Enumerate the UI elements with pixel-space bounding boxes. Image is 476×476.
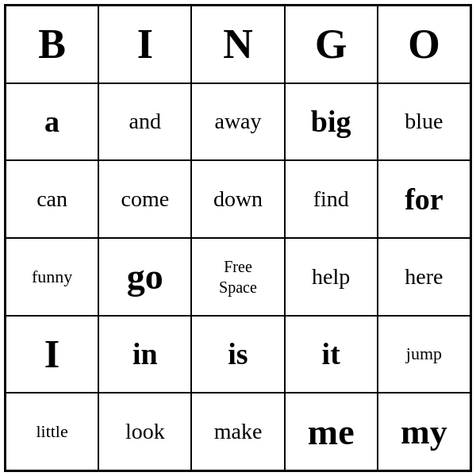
word-a: a <box>44 104 60 139</box>
word-my: my <box>401 412 447 452</box>
cell-r2c2: come <box>98 160 191 238</box>
cell-r2c3: down <box>191 160 284 238</box>
word-find: find <box>313 186 349 212</box>
cell-r1c3: away <box>191 83 284 161</box>
cell-r1c5: blue <box>378 83 470 161</box>
header-letter-b: B <box>38 21 66 67</box>
header-b: B <box>6 6 98 83</box>
word-funny: funny <box>32 267 72 287</box>
word-in: in <box>132 336 158 371</box>
header-n: N <box>191 6 284 83</box>
word-me: me <box>308 411 355 453</box>
cell-r1c4: big <box>285 83 378 161</box>
cell-r1c2: and <box>98 83 191 161</box>
bingo-card: B I N G O a and away big blue can come d… <box>4 4 472 472</box>
word-go: go <box>127 255 163 298</box>
cell-r4c3: is <box>191 316 284 393</box>
word-little: little <box>36 421 67 442</box>
word-look: look <box>125 419 165 444</box>
cell-r2c4: find <box>285 160 378 238</box>
header-letter-g: G <box>315 21 347 67</box>
word-jump: jump <box>406 344 442 364</box>
cell-r4c1: I <box>6 316 98 393</box>
word-blue: blue <box>405 109 443 134</box>
cell-r5c5: my <box>378 393 470 470</box>
cell-r5c1: little <box>6 393 98 470</box>
header-o: O <box>378 6 470 83</box>
word-can: can <box>36 186 67 212</box>
word-make: make <box>214 419 263 444</box>
cell-r3c5: here <box>378 238 470 316</box>
cell-r4c4: it <box>285 316 378 393</box>
header-letter-n: N <box>223 21 253 67</box>
cell-r3c2: go <box>98 238 191 316</box>
cell-r4c5: jump <box>378 316 470 393</box>
cell-r2c1: can <box>6 160 98 238</box>
header-i: I <box>98 6 191 83</box>
header-g: G <box>285 6 378 83</box>
word-for: for <box>405 182 443 217</box>
cell-r5c2: look <box>98 393 191 470</box>
header-letter-o: O <box>408 21 440 67</box>
word-help: help <box>312 264 350 290</box>
word-i: I <box>44 331 60 377</box>
cell-r3c4: help <box>285 238 378 316</box>
word-away: away <box>214 109 261 134</box>
cell-r2c5: for <box>378 160 470 238</box>
cell-r3c3-free: FreeSpace <box>191 238 284 316</box>
cell-r5c3: make <box>191 393 284 470</box>
word-here: here <box>405 264 443 290</box>
cell-r4c2: in <box>98 316 191 393</box>
cell-r5c4: me <box>285 393 378 470</box>
word-and: and <box>129 109 161 134</box>
cell-r1c1: a <box>6 83 98 161</box>
word-free-space: FreeSpace <box>219 256 257 298</box>
word-is: is <box>228 336 248 371</box>
cell-r3c1: funny <box>6 238 98 316</box>
word-it: it <box>322 336 340 371</box>
header-letter-i: I <box>137 21 153 67</box>
word-down: down <box>213 186 263 212</box>
word-come: come <box>121 186 169 212</box>
word-big: big <box>311 104 351 139</box>
